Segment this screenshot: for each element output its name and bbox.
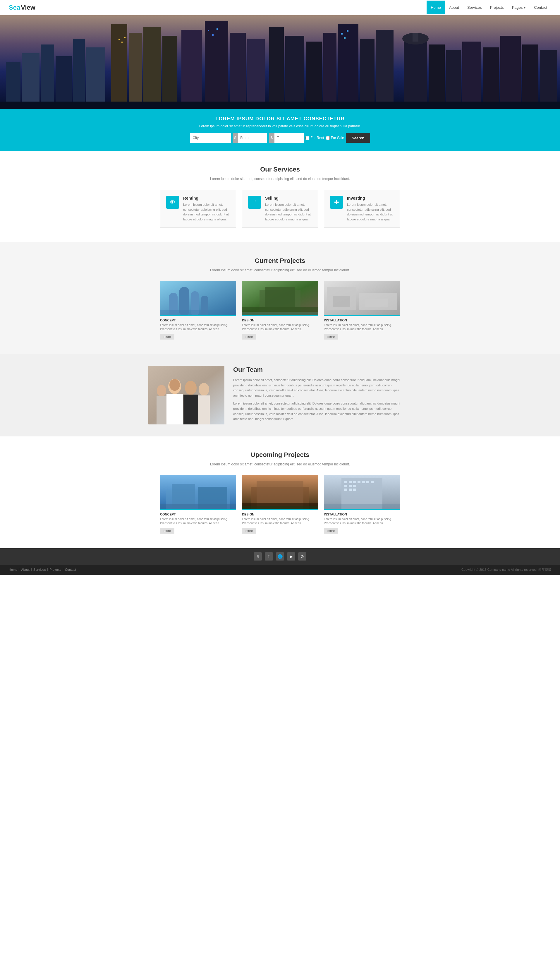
- svg-rect-3: [41, 45, 54, 109]
- upcoming-installation-text: Lorem ipsum dolor sit amet, conc tetu si…: [324, 517, 400, 526]
- nav-home[interactable]: Home: [427, 1, 445, 14]
- svg-rect-94: [324, 504, 400, 510]
- installation-image: [324, 281, 400, 316]
- design-label: DESIGN: [242, 319, 318, 322]
- selling-icon: ": [248, 196, 261, 209]
- svg-rect-53: [242, 312, 318, 316]
- to-prefix: $: [269, 133, 275, 143]
- team-section: Our Team Lorem ipsum dolor sit amet, con…: [0, 354, 560, 436]
- design-image: [242, 281, 318, 316]
- svg-rect-19: [338, 24, 358, 109]
- svg-rect-83: [353, 481, 356, 483]
- svg-rect-8: [129, 33, 142, 109]
- brand-view: View: [21, 4, 35, 12]
- svg-rect-35: [124, 37, 125, 38]
- svg-rect-18: [323, 33, 337, 109]
- svg-rect-40: [344, 37, 345, 39]
- svg-rect-39: [341, 33, 343, 35]
- upcoming-design-more-btn[interactable]: more: [242, 528, 256, 534]
- svg-rect-37: [212, 34, 213, 36]
- svg-rect-78: [242, 506, 318, 510]
- search-form: $ $ For Rent For Sale Search: [148, 133, 412, 143]
- footer-copyright: Copyright © 2016 Company name All rights…: [462, 568, 551, 572]
- svg-rect-26: [446, 50, 461, 109]
- current-projects-subtitle: Lorem ipsum dolor sit amet, consectetur …: [9, 268, 551, 272]
- upcoming-projects-grid: CONCEPT Lorem ipsum dolor sit amet, conc…: [148, 475, 412, 534]
- concept-image: [160, 281, 236, 316]
- project-installation: INSTALLATION Lorem ipsum dolor sit amet,…: [324, 281, 400, 339]
- svg-rect-2: [22, 53, 40, 109]
- vimeo-icon[interactable]: ▶: [287, 553, 295, 561]
- svg-rect-42: [0, 102, 560, 109]
- concept-more-btn[interactable]: more: [160, 334, 174, 339]
- upcoming-title: Upcoming Projects: [9, 451, 551, 459]
- footer-link-about[interactable]: About: [19, 568, 32, 571]
- current-projects-section: Current Projects Lorem ipsum dolor sit a…: [0, 242, 560, 354]
- svg-rect-5: [73, 38, 85, 109]
- service-renting-content: Renting Lorem ipsum dolor sit amet, cons…: [183, 196, 230, 222]
- for-rent-label[interactable]: For Rent: [305, 136, 324, 140]
- for-sale-label[interactable]: For Sale: [326, 136, 344, 140]
- svg-rect-9: [143, 27, 161, 109]
- price-from-group: $: [233, 133, 267, 143]
- svg-point-67: [157, 385, 166, 397]
- investing-icon: ✚: [330, 196, 343, 209]
- installation-more-btn[interactable]: more: [324, 334, 338, 339]
- team-para2: Lorem ipsum dolor sit amet, consectetur …: [233, 401, 412, 421]
- upcoming-design: DESIGN Lorem ipsum dolor sit amet, conc …: [242, 475, 318, 534]
- nav-services[interactable]: Services: [463, 1, 486, 14]
- footer-link-contact[interactable]: Contact: [63, 568, 78, 571]
- nav-projects[interactable]: Projects: [486, 1, 508, 14]
- for-sale-text: For Sale: [331, 136, 344, 140]
- upcoming-concept-text: Lorem ipsum dolor sit amet, conc tetu si…: [160, 517, 236, 526]
- footer-link-services[interactable]: Services: [32, 568, 48, 571]
- svg-rect-6: [86, 47, 105, 109]
- footer-link-projects[interactable]: Projects: [48, 568, 63, 571]
- for-sale-checkbox[interactable]: [326, 136, 330, 140]
- upcoming-design-label: DESIGN: [242, 513, 318, 516]
- team-content: Our Team Lorem ipsum dolor sit amet, con…: [233, 366, 412, 425]
- to-input[interactable]: [275, 133, 304, 143]
- svg-rect-87: [371, 481, 373, 483]
- search-inner: LOREM IPSUM DOLOR SIT AMET CONSECTETUR L…: [148, 116, 412, 143]
- footer-nav-links: Home About Services Projects Contact: [9, 568, 78, 571]
- for-rent-checkbox[interactable]: [305, 136, 309, 140]
- svg-rect-89: [349, 485, 352, 487]
- nav-about[interactable]: About: [445, 1, 463, 14]
- services-grid: 👁 Renting Lorem ipsum dolor sit amet, co…: [148, 190, 412, 228]
- footer-link-home[interactable]: Home: [9, 568, 19, 571]
- search-button[interactable]: Search: [346, 133, 370, 143]
- svg-rect-11: [182, 30, 202, 109]
- brand-logo[interactable]: Sea View: [9, 4, 35, 12]
- nav-pages[interactable]: Pages ▾: [508, 1, 530, 14]
- svg-rect-51: [265, 287, 295, 307]
- city-input[interactable]: [190, 133, 231, 143]
- svg-rect-12: [205, 21, 228, 109]
- svg-rect-86: [366, 481, 369, 483]
- facebook-icon[interactable]: f: [265, 553, 273, 561]
- svg-rect-13: [230, 33, 246, 109]
- svg-rect-82: [349, 481, 352, 483]
- svg-rect-24: [413, 33, 418, 42]
- from-input[interactable]: [238, 133, 267, 143]
- svg-point-65: [199, 383, 209, 396]
- svg-rect-28: [483, 47, 499, 109]
- dribbble-icon[interactable]: 🌐: [276, 553, 284, 561]
- nav-contact[interactable]: Contact: [530, 1, 551, 14]
- twitter-icon[interactable]: 𝕏: [254, 553, 262, 561]
- renting-icon: 👁: [166, 196, 179, 209]
- svg-rect-20: [360, 38, 375, 109]
- svg-rect-68: [157, 396, 167, 424]
- svg-rect-57: [333, 296, 350, 307]
- github-icon[interactable]: ⊙: [298, 553, 306, 561]
- svg-rect-36: [208, 30, 209, 31]
- selling-text: Lorem ipsum dolor sit amet, consectetur …: [265, 202, 312, 222]
- svg-rect-93: [353, 489, 356, 491]
- svg-rect-29: [500, 36, 521, 109]
- installation-label: INSTALLATION: [324, 319, 400, 322]
- svg-rect-90: [353, 485, 356, 487]
- upcoming-concept-more-btn[interactable]: more: [160, 528, 174, 534]
- search-title: LOREM IPSUM DOLOR SIT AMET CONSECTETUR: [148, 116, 412, 122]
- upcoming-installation-more-btn[interactable]: more: [324, 528, 338, 534]
- design-more-btn[interactable]: more: [242, 334, 256, 339]
